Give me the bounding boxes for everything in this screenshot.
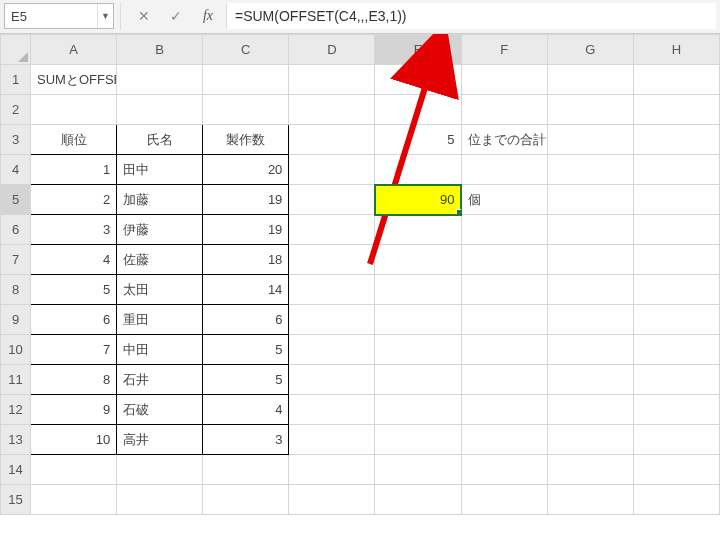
col-header-A[interactable]: A	[31, 35, 117, 65]
cell-E8[interactable]	[375, 275, 461, 305]
cell-G3[interactable]	[547, 125, 633, 155]
cell-E12[interactable]	[375, 395, 461, 425]
cell-H7[interactable]	[633, 245, 719, 275]
count-cell[interactable]: 19	[203, 185, 289, 215]
name-cell[interactable]: 加藤	[117, 185, 203, 215]
row-header-1[interactable]: 1	[1, 65, 31, 95]
cell-H4[interactable]	[633, 155, 719, 185]
row-header-14[interactable]: 14	[1, 455, 31, 485]
row-header-10[interactable]: 10	[1, 335, 31, 365]
cell-D1[interactable]	[289, 65, 375, 95]
cell-D13[interactable]	[289, 425, 375, 455]
cell-G10[interactable]	[547, 335, 633, 365]
cell-F6[interactable]	[461, 215, 547, 245]
cell-G7[interactable]	[547, 245, 633, 275]
cell-G8[interactable]	[547, 275, 633, 305]
cell-G5[interactable]	[547, 185, 633, 215]
cell-H13[interactable]	[633, 425, 719, 455]
header-count[interactable]: 製作数	[203, 125, 289, 155]
cell-F1[interactable]	[461, 65, 547, 95]
cell-C14[interactable]	[203, 455, 289, 485]
cell-D10[interactable]	[289, 335, 375, 365]
row-header-13[interactable]: 13	[1, 425, 31, 455]
cell-D4[interactable]	[289, 155, 375, 185]
cell-B15[interactable]	[117, 485, 203, 515]
name-cell[interactable]: 中田	[117, 335, 203, 365]
row-header-15[interactable]: 15	[1, 485, 31, 515]
cell-H14[interactable]	[633, 455, 719, 485]
name-cell[interactable]: 石井	[117, 365, 203, 395]
cell-G2[interactable]	[547, 95, 633, 125]
row-header-7[interactable]: 7	[1, 245, 31, 275]
cell-F14[interactable]	[461, 455, 547, 485]
cell-G15[interactable]	[547, 485, 633, 515]
header-name[interactable]: 氏名	[117, 125, 203, 155]
header-rank[interactable]: 順位	[31, 125, 117, 155]
result-unit-cell[interactable]: 個	[461, 185, 547, 215]
cell-H6[interactable]	[633, 215, 719, 245]
cell-B2[interactable]	[117, 95, 203, 125]
cell-G11[interactable]	[547, 365, 633, 395]
cell-E13[interactable]	[375, 425, 461, 455]
cell-H15[interactable]	[633, 485, 719, 515]
cell-H3[interactable]	[633, 125, 719, 155]
select-all-corner[interactable]	[1, 35, 31, 65]
cell-F11[interactable]	[461, 365, 547, 395]
rank-cell[interactable]: 8	[31, 365, 117, 395]
name-cell[interactable]: 太田	[117, 275, 203, 305]
count-cell[interactable]: 5	[203, 335, 289, 365]
cell-D3[interactable]	[289, 125, 375, 155]
rank-cell[interactable]: 5	[31, 275, 117, 305]
cell-C1[interactable]	[203, 65, 289, 95]
cell-H5[interactable]	[633, 185, 719, 215]
cell-E6[interactable]	[375, 215, 461, 245]
row-header-9[interactable]: 9	[1, 305, 31, 335]
cell-D9[interactable]	[289, 305, 375, 335]
cell-E15[interactable]	[375, 485, 461, 515]
cell-E10[interactable]	[375, 335, 461, 365]
count-cell[interactable]: 3	[203, 425, 289, 455]
name-cell[interactable]: 高井	[117, 425, 203, 455]
cell-B14[interactable]	[117, 455, 203, 485]
cell-F12[interactable]	[461, 395, 547, 425]
cell-D8[interactable]	[289, 275, 375, 305]
cell-G6[interactable]	[547, 215, 633, 245]
cell-H10[interactable]	[633, 335, 719, 365]
cell-A15[interactable]	[31, 485, 117, 515]
cell-E7[interactable]	[375, 245, 461, 275]
insert-function-button[interactable]: fx	[194, 3, 222, 29]
row-header-12[interactable]: 12	[1, 395, 31, 425]
cell-H9[interactable]	[633, 305, 719, 335]
rank-cell[interactable]: 2	[31, 185, 117, 215]
cell-E11[interactable]	[375, 365, 461, 395]
input-count-cell[interactable]: 5	[375, 125, 461, 155]
row-header-3[interactable]: 3	[1, 125, 31, 155]
cell-D12[interactable]	[289, 395, 375, 425]
row-header-6[interactable]: 6	[1, 215, 31, 245]
cell-D15[interactable]	[289, 485, 375, 515]
enter-button[interactable]: ✓	[162, 3, 190, 29]
worksheet-grid[interactable]: A B C D E F G H 1SUMとOFFSETを応用した合計23順位氏名…	[0, 34, 720, 515]
cell-C2[interactable]	[203, 95, 289, 125]
rank-cell[interactable]: 3	[31, 215, 117, 245]
rank-cell[interactable]: 7	[31, 335, 117, 365]
count-cell[interactable]: 4	[203, 395, 289, 425]
name-cell[interactable]: 重田	[117, 305, 203, 335]
cell-G1[interactable]	[547, 65, 633, 95]
cell-D6[interactable]	[289, 215, 375, 245]
col-header-F[interactable]: F	[461, 35, 547, 65]
cell-F7[interactable]	[461, 245, 547, 275]
cell-D14[interactable]	[289, 455, 375, 485]
cell-D5[interactable]	[289, 185, 375, 215]
cell-G13[interactable]	[547, 425, 633, 455]
cell-E14[interactable]	[375, 455, 461, 485]
row-header-2[interactable]: 2	[1, 95, 31, 125]
name-box[interactable]	[5, 4, 97, 28]
row-header-4[interactable]: 4	[1, 155, 31, 185]
formula-input[interactable]	[226, 3, 716, 29]
cell-D7[interactable]	[289, 245, 375, 275]
cell-D11[interactable]	[289, 365, 375, 395]
name-cell[interactable]: 田中	[117, 155, 203, 185]
cell-H1[interactable]	[633, 65, 719, 95]
cell-C15[interactable]	[203, 485, 289, 515]
